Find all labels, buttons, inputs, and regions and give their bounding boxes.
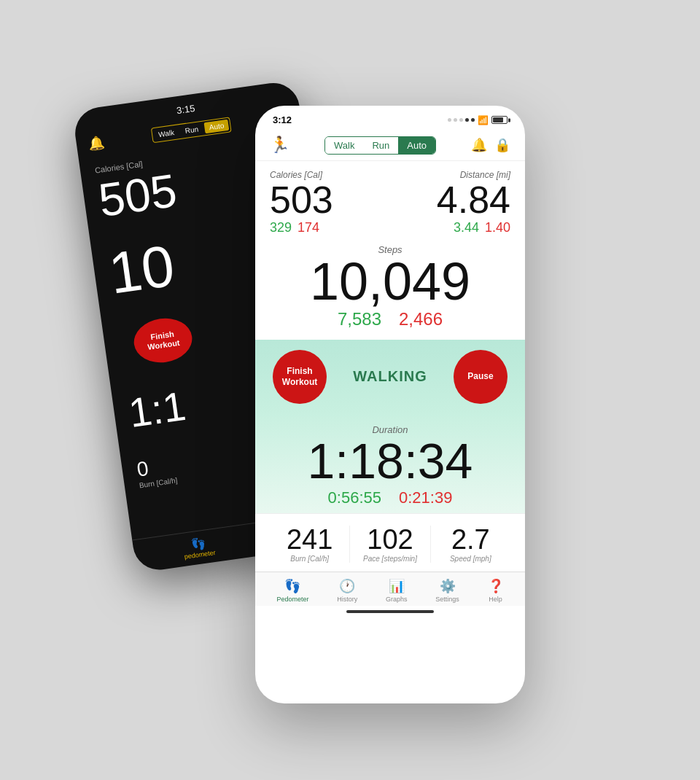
bottom-stats: 241 Burn [Cal/h] 102 Pace [steps/min] 2.… [255,513,525,572]
calories-sub-green: 329 [270,220,292,235]
battery-fill [493,117,503,122]
tab-walk[interactable]: Walk [325,137,363,154]
finish-workout-button[interactable]: FinishWorkout [273,350,327,404]
signal-dot-2 [454,118,457,122]
home-indicator [346,610,434,613]
settings-tab-icon: ⚙️ [440,578,456,594]
help-tab-icon: ❓ [488,578,504,594]
graphs-tab-icon: 📊 [389,578,405,594]
phone-front: 3:12 📶 🏃 Walk Run Aut [255,106,525,703]
status-time: 3:12 [273,114,292,125]
burn-value: 241 [270,526,349,553]
scene: 3:15 🔔 Walk Run Auto 🔒 Calories [Cal] 50… [95,62,605,718]
duration-sub-green: 0:56:55 [328,488,381,507]
back-finish-workout-button[interactable]: FinishWorkout [131,315,195,367]
duration-section: Duration 1:18:34 0:56:55 0:21:39 [255,414,525,513]
back-tab-run[interactable]: Run [180,122,203,136]
duration-sub-red: 0:21:39 [399,488,452,507]
signal-dot-5 [471,118,475,122]
back-app-icon: 🔔 [88,134,106,152]
signal-dot-3 [459,118,463,122]
steps-sub-red: 2,466 [399,309,443,329]
duration-sub: 0:56:55 0:21:39 [270,488,510,507]
calories-sub-red: 174 [298,220,319,235]
signal-dot-4 [465,118,469,122]
distance-metric: Distance [mi] 4.84 3.44 1.40 [437,170,510,235]
tab-auto[interactable]: Auto [398,137,435,154]
header-icons: 🔔 🔒 [471,137,510,153]
app-header: 🏃 Walk Run Auto 🔔 🔒 [255,130,525,161]
burn-label: Burn [Cal/h] [270,555,349,563]
calories-sub: 329 174 [270,220,333,235]
calories-main: 503 [270,180,333,220]
walking-status: WALKING [353,368,427,385]
settings-tab-label: Settings [435,596,459,603]
steps-sub: 7,583 2,466 [270,309,510,329]
metrics-section: Calories [Cal] 503 329 174 Distance [mi]… [255,161,525,240]
steps-section: Steps 10,049 7,583 2,466 [255,240,525,332]
tab-help[interactable]: ❓ Help [488,578,504,603]
steps-sub-green: 7,583 [338,309,381,329]
history-tab-label: History [337,596,357,603]
lock-icon[interactable]: 🔒 [494,137,510,153]
back-tab-auto[interactable]: Auto [204,119,229,133]
help-tab-label: Help [489,596,502,603]
battery-icon [491,116,508,124]
status-bar: 3:12 📶 [255,106,525,130]
pace-label: Pace [steps/min] [350,555,429,563]
tab-graphs[interactable]: 📊 Graphs [386,578,408,603]
tab-bar: 👣 Pedometer 🕐 History 📊 Graphs ⚙️ Settin… [255,572,525,606]
distance-sub-green: 3.44 [454,220,479,235]
signal-dots [448,118,475,122]
burn-stat: 241 Burn [Cal/h] [270,526,350,563]
mode-tabs: Walk Run Auto [324,136,436,155]
back-footer-pedometer[interactable]: 👣 pedometer [182,535,217,561]
tab-pedometer[interactable]: 👣 Pedometer [276,578,308,603]
back-tab-walk[interactable]: Walk [153,126,179,141]
signal-dot-1 [448,118,451,122]
calories-metric: Calories [Cal] 503 329 174 [270,170,333,235]
steps-main: 10,049 [270,255,510,308]
speed-stat: 2.7 Speed [mph] [431,526,510,563]
pause-button[interactable]: Pause [454,350,508,404]
tab-settings[interactable]: ⚙️ Settings [435,578,459,603]
pedometer-icon: 🏃 [270,136,289,155]
status-icons: 📶 [448,115,508,125]
pedometer-tab-label: Pedometer [276,596,308,603]
tab-history[interactable]: 🕐 History [337,578,357,603]
history-tab-icon: 🕐 [339,578,355,594]
graphs-tab-label: Graphs [386,596,408,603]
pace-stat: 102 Pace [steps/min] [350,526,430,563]
speed-label: Speed [mph] [431,555,510,563]
tab-run[interactable]: Run [363,137,398,154]
wifi-icon: 📶 [478,115,489,125]
duration-main: 1:18:34 [270,435,510,487]
pace-value: 102 [350,526,429,553]
speed-value: 2.7 [431,526,510,553]
distance-sub: 3.44 1.40 [454,220,510,235]
distance-sub-red: 1.40 [485,220,510,235]
pedometer-tab-icon: 👣 [284,578,300,594]
bell-icon[interactable]: 🔔 [471,137,487,153]
action-bar: FinishWorkout WALKING Pause [255,340,525,414]
distance-main: 4.84 [437,180,510,220]
